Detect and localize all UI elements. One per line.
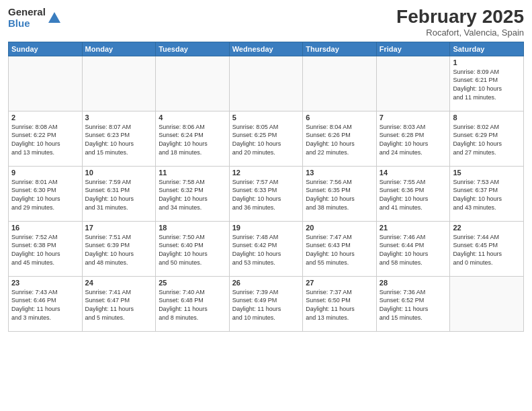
- calendar-cell: 15Sunrise: 7:53 AMSunset: 6:37 PMDayligh…: [450, 166, 524, 221]
- location: Rocafort, Valencia, Spain: [396, 28, 524, 38]
- day-info: Sunrise: 8:06 AMSunset: 6:24 PMDaylight:…: [159, 123, 226, 156]
- col-wednesday: Wednesday: [229, 42, 303, 56]
- day-info: Sunrise: 7:40 AMSunset: 6:48 PMDaylight:…: [159, 288, 226, 322]
- day-number: 22: [453, 224, 521, 232]
- calendar-cell: 24Sunrise: 7:41 AMSunset: 6:47 PMDayligh…: [82, 276, 156, 331]
- day-number: 20: [306, 224, 373, 232]
- day-number: 13: [306, 169, 373, 177]
- day-info: Sunrise: 7:51 AMSunset: 6:39 PMDaylight:…: [85, 233, 153, 267]
- day-info: Sunrise: 7:55 AMSunset: 6:36 PMDaylight:…: [380, 178, 447, 212]
- calendar-cell: 26Sunrise: 7:39 AMSunset: 6:49 PMDayligh…: [229, 276, 303, 331]
- calendar-header-row: Sunday Monday Tuesday Wednesday Thursday…: [9, 42, 524, 56]
- day-info: Sunrise: 7:47 AMSunset: 6:43 PMDaylight:…: [306, 233, 373, 267]
- day-info: Sunrise: 8:08 AMSunset: 6:22 PMDaylight:…: [11, 123, 79, 156]
- calendar-cell: 6Sunrise: 8:04 AMSunset: 6:26 PMDaylight…: [303, 111, 377, 166]
- calendar-cell: [9, 56, 83, 111]
- calendar-cell: 27Sunrise: 7:37 AMSunset: 6:50 PMDayligh…: [303, 276, 377, 331]
- day-number: 19: [232, 224, 300, 232]
- day-number: 4: [159, 113, 226, 122]
- logo-blue: Blue: [8, 18, 46, 30]
- day-info: Sunrise: 8:02 AMSunset: 6:29 PMDaylight:…: [453, 123, 521, 156]
- header: General Blue February 2025 Rocafort, Val…: [8, 7, 524, 38]
- day-info: Sunrise: 7:39 AMSunset: 6:49 PMDaylight:…: [232, 288, 300, 322]
- col-friday: Friday: [376, 42, 450, 56]
- day-info: Sunrise: 8:04 AMSunset: 6:26 PMDaylight:…: [306, 123, 373, 156]
- page-container: General Blue February 2025 Rocafort, Val…: [0, 0, 532, 336]
- day-number: 7: [380, 113, 447, 122]
- day-info: Sunrise: 7:56 AMSunset: 6:35 PMDaylight:…: [306, 178, 373, 212]
- calendar-cell: 11Sunrise: 7:58 AMSunset: 6:32 PMDayligh…: [156, 166, 230, 221]
- day-number: 8: [453, 113, 521, 122]
- calendar-cell: 9Sunrise: 8:01 AMSunset: 6:30 PMDaylight…: [9, 166, 83, 221]
- day-number: 28: [380, 279, 447, 287]
- calendar-cell: 19Sunrise: 7:48 AMSunset: 6:42 PMDayligh…: [229, 221, 303, 276]
- day-info: Sunrise: 8:09 AMSunset: 6:21 PMDaylight:…: [453, 68, 521, 101]
- calendar-cell: 5Sunrise: 8:05 AMSunset: 6:25 PMDaylight…: [229, 111, 303, 166]
- day-info: Sunrise: 7:58 AMSunset: 6:32 PMDaylight:…: [159, 178, 226, 212]
- title-block: February 2025 Rocafort, Valencia, Spain: [396, 7, 524, 38]
- day-info: Sunrise: 7:53 AMSunset: 6:37 PMDaylight:…: [453, 178, 521, 212]
- day-info: Sunrise: 7:41 AMSunset: 6:47 PMDaylight:…: [85, 288, 153, 322]
- day-info: Sunrise: 7:37 AMSunset: 6:50 PMDaylight:…: [306, 288, 373, 322]
- day-number: 24: [85, 279, 153, 287]
- day-info: Sunrise: 7:44 AMSunset: 6:45 PMDaylight:…: [453, 233, 521, 267]
- day-info: Sunrise: 8:05 AMSunset: 6:25 PMDaylight:…: [232, 123, 300, 156]
- calendar-cell: 23Sunrise: 7:43 AMSunset: 6:46 PMDayligh…: [9, 276, 83, 331]
- calendar-week-3: 16Sunrise: 7:52 AMSunset: 6:38 PMDayligh…: [9, 221, 524, 276]
- day-number: 14: [380, 169, 447, 177]
- day-number: 27: [306, 279, 373, 287]
- logo-general: General: [8, 7, 46, 18]
- logo-text: General Blue: [8, 7, 46, 29]
- svg-marker-0: [48, 12, 60, 23]
- day-info: Sunrise: 7:50 AMSunset: 6:40 PMDaylight:…: [159, 233, 226, 267]
- day-number: 18: [159, 224, 226, 232]
- day-number: 2: [11, 113, 79, 122]
- day-number: 10: [85, 169, 153, 177]
- calendar-cell: 17Sunrise: 7:51 AMSunset: 6:39 PMDayligh…: [82, 221, 156, 276]
- day-number: 3: [85, 113, 153, 122]
- calendar: Sunday Monday Tuesday Wednesday Thursday…: [8, 42, 524, 332]
- calendar-week-4: 23Sunrise: 7:43 AMSunset: 6:46 PMDayligh…: [9, 276, 524, 331]
- day-number: 21: [380, 224, 447, 232]
- day-number: 26: [232, 279, 300, 287]
- calendar-cell: 20Sunrise: 7:47 AMSunset: 6:43 PMDayligh…: [303, 221, 377, 276]
- calendar-cell: 3Sunrise: 8:07 AMSunset: 6:23 PMDaylight…: [82, 111, 156, 166]
- col-tuesday: Tuesday: [156, 42, 230, 56]
- calendar-cell: [156, 56, 230, 111]
- col-monday: Monday: [82, 42, 156, 56]
- calendar-cell: 28Sunrise: 7:36 AMSunset: 6:52 PMDayligh…: [376, 276, 450, 331]
- calendar-cell: 12Sunrise: 7:57 AMSunset: 6:33 PMDayligh…: [229, 166, 303, 221]
- day-number: 12: [232, 169, 300, 177]
- day-number: 1: [453, 58, 521, 66]
- day-number: 6: [306, 113, 373, 122]
- calendar-week-0: 1Sunrise: 8:09 AMSunset: 6:21 PMDaylight…: [9, 56, 524, 111]
- calendar-cell: 8Sunrise: 8:02 AMSunset: 6:29 PMDaylight…: [450, 111, 524, 166]
- day-info: Sunrise: 7:43 AMSunset: 6:46 PMDaylight:…: [11, 288, 79, 322]
- day-number: 17: [85, 224, 153, 232]
- logo: General Blue: [8, 7, 62, 29]
- day-number: 25: [159, 279, 226, 287]
- day-number: 23: [11, 279, 79, 287]
- calendar-week-2: 9Sunrise: 8:01 AMSunset: 6:30 PMDaylight…: [9, 166, 524, 221]
- col-sunday: Sunday: [9, 42, 83, 56]
- calendar-cell: [82, 56, 156, 111]
- logo-icon: [47, 11, 62, 26]
- calendar-cell: [376, 56, 450, 111]
- day-info: Sunrise: 8:03 AMSunset: 6:28 PMDaylight:…: [380, 123, 447, 156]
- day-info: Sunrise: 7:52 AMSunset: 6:38 PMDaylight:…: [11, 233, 79, 267]
- day-info: Sunrise: 7:46 AMSunset: 6:44 PMDaylight:…: [380, 233, 447, 267]
- day-info: Sunrise: 7:59 AMSunset: 6:31 PMDaylight:…: [85, 178, 153, 212]
- day-number: 16: [11, 224, 79, 232]
- day-info: Sunrise: 7:48 AMSunset: 6:42 PMDaylight:…: [232, 233, 300, 267]
- calendar-cell: 21Sunrise: 7:46 AMSunset: 6:44 PMDayligh…: [376, 221, 450, 276]
- calendar-cell: 7Sunrise: 8:03 AMSunset: 6:28 PMDaylight…: [376, 111, 450, 166]
- calendar-cell: 4Sunrise: 8:06 AMSunset: 6:24 PMDaylight…: [156, 111, 230, 166]
- day-info: Sunrise: 7:57 AMSunset: 6:33 PMDaylight:…: [232, 178, 300, 212]
- calendar-cell: 22Sunrise: 7:44 AMSunset: 6:45 PMDayligh…: [450, 221, 524, 276]
- day-info: Sunrise: 7:36 AMSunset: 6:52 PMDaylight:…: [380, 288, 447, 322]
- calendar-body: 1Sunrise: 8:09 AMSunset: 6:21 PMDaylight…: [9, 56, 524, 331]
- day-number: 15: [453, 169, 521, 177]
- calendar-cell: 2Sunrise: 8:08 AMSunset: 6:22 PMDaylight…: [9, 111, 83, 166]
- calendar-cell: [450, 276, 524, 331]
- day-number: 5: [232, 113, 300, 122]
